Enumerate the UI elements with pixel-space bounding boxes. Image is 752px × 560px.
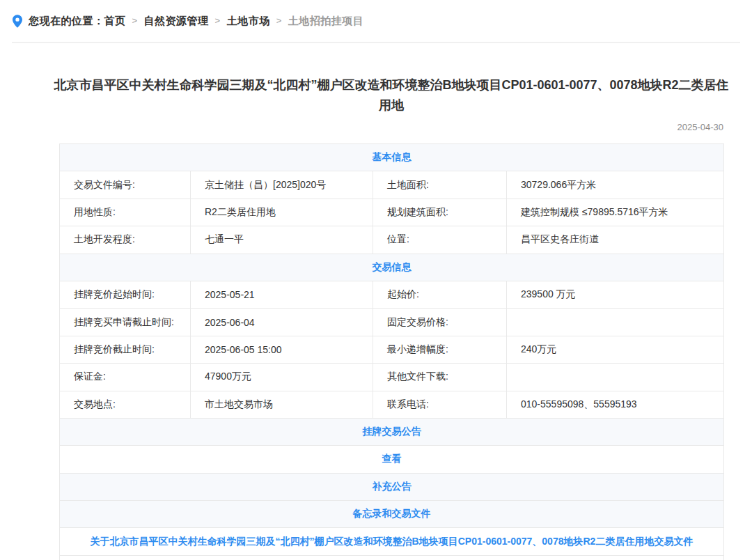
field-label: 挂牌竞买申请截止时间: <box>60 309 191 336</box>
land-info-table: 基本信息 交易文件编号: 京土储挂（昌）[2025]020号 土地面积: 307… <box>59 143 724 560</box>
field-label: 挂牌竞价截止时间: <box>60 336 191 363</box>
field-value: 30729.066平方米 <box>507 171 724 199</box>
link-row: 关于北京市昌平区中关村生命科学园三期及“北四村”棚户区改造和环境整治B地块项目C… <box>60 528 724 555</box>
field-label: 挂牌竞价起始时间: <box>60 281 191 308</box>
section-header-row: 挂牌交易公告 <box>60 418 724 445</box>
section-header-row: 基本信息 <box>60 144 724 171</box>
section-title-trade-info: 交易信息 <box>373 261 412 272</box>
section-header-row: 备忘录和交易文件 <box>60 501 724 528</box>
section-title-listing-announcement: 挂牌交易公告 <box>363 426 421 437</box>
field-value: 239500 万元 <box>507 281 724 308</box>
section-header-row: 补充公告 <box>60 473 724 500</box>
table-row: 挂牌竞价截止时间: 2025-06-05 15:00 最小递增幅度: 240万元 <box>60 336 724 363</box>
field-value: 47900万元 <box>191 364 373 391</box>
breadcrumb-separator: > <box>215 15 221 26</box>
table-row: 保证金: 47900万元 其他文件下载: <box>60 364 724 391</box>
field-value: 2025-06-04 <box>191 309 373 336</box>
field-label: 位置: <box>373 226 507 254</box>
breadcrumb-natural-resources[interactable]: 自然资源管理 <box>144 15 209 26</box>
table-row: 交易文件编号: 京土储挂（昌）[2025]020号 土地面积: 30729.06… <box>60 171 724 199</box>
section-title-basic-info: 基本信息 <box>373 151 412 162</box>
field-value: 京土储挂（昌）[2025]020号 <box>191 171 373 199</box>
field-label: 交易地点: <box>60 391 191 418</box>
field-label: 规划建筑面积: <box>373 199 507 226</box>
table-row: 土地开发程度: 七通一平 位置: 昌平区史各庄街道 <box>60 226 724 254</box>
field-label: 土地开发程度: <box>60 226 191 254</box>
field-label: 交易文件编号: <box>60 171 191 199</box>
view-announcement-link[interactable]: 查看 <box>382 453 402 464</box>
field-value: 市土地交易市场 <box>191 391 373 418</box>
breadcrumb-separator: > <box>276 15 282 26</box>
field-label: 土地面积: <box>373 171 507 199</box>
breadcrumb: 您现在的位置：首页>自然资源管理>土地市场>土地招拍挂项目 <box>0 0 752 42</box>
field-label: 保证金: <box>60 364 191 391</box>
field-label: 固定交易价格: <box>373 309 507 336</box>
breadcrumb-prefix: 您现在的位置： <box>29 15 104 26</box>
field-label: 最小递增幅度: <box>373 336 507 363</box>
section-title-memo-and-documents: 备忘录和交易文件 <box>353 508 431 519</box>
field-value: 七通一平 <box>191 226 373 254</box>
page-title: 北京市昌平区中关村生命科学园三期及“北四村”棚户区改造和环境整治B地块项目CP0… <box>49 75 733 116</box>
field-label: 其他文件下载: <box>373 364 507 391</box>
field-label: 联系电话: <box>373 391 507 418</box>
breadcrumb-home[interactable]: 首页 <box>104 15 126 26</box>
location-pin-icon <box>13 15 22 28</box>
table-row: 挂牌竞价起始时间: 2025-05-21 起始价: 239500 万元 <box>60 281 724 308</box>
table-row-partial <box>60 555 724 560</box>
breadcrumb-land-market[interactable]: 土地市场 <box>227 15 270 26</box>
table-row: 挂牌竞买申请截止时间: 2025-06-04 固定交易价格: <box>60 309 724 336</box>
breadcrumb-separator: > <box>132 15 138 26</box>
empty-row <box>60 555 724 560</box>
section-header-row: 交易信息 <box>60 254 724 281</box>
field-value: 建筑控制规模 ≤79895.5716平方米 <box>507 199 724 226</box>
field-value: 240万元 <box>507 336 724 363</box>
breadcrumb-current-page: 土地招拍挂项目 <box>288 15 364 26</box>
section-title-supplement-announcement: 补充公告 <box>373 481 412 492</box>
field-value: 2025-06-05 15:00 <box>191 336 373 363</box>
field-value <box>507 364 724 391</box>
field-value: 010-55595098、55595193 <box>507 391 724 418</box>
table-row: 交易地点: 市土地交易市场 联系电话: 010-55595098、5559519… <box>60 391 724 418</box>
field-value: R2二类居住用地 <box>191 199 373 226</box>
field-value: 昌平区史各庄街道 <box>507 226 724 254</box>
field-value <box>507 309 724 336</box>
content: 北京市昌平区中关村生命科学园三期及“北四村”棚户区改造和环境整治B地块项目CP0… <box>59 75 723 560</box>
trade-document-link[interactable]: 关于北京市昌平区中关村生命科学园三期及“北四村”棚户区改造和环境整治B地块项目C… <box>91 536 694 547</box>
field-label: 起始价: <box>373 281 507 308</box>
link-row: 查看 <box>60 446 724 473</box>
publish-date: 2025-04-30 <box>59 122 723 132</box>
field-value: 2025-05-21 <box>191 281 373 308</box>
header-divider <box>12 42 740 43</box>
field-label: 用地性质: <box>60 199 191 226</box>
table-row: 用地性质: R2二类居住用地 规划建筑面积: 建筑控制规模 ≤79895.571… <box>60 199 724 226</box>
